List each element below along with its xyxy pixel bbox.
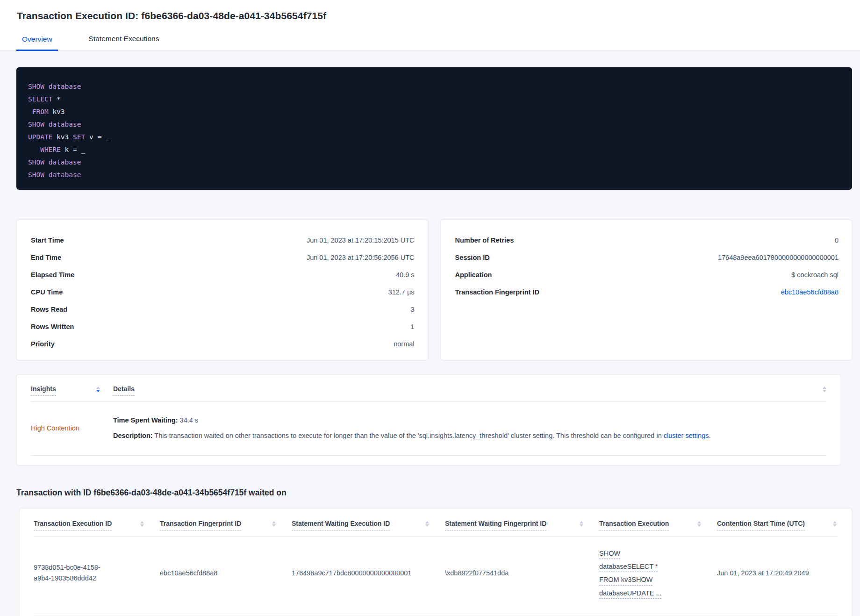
tab-overview[interactable]: Overview (16, 35, 58, 51)
sql-token: UPDATE (28, 133, 52, 141)
stat-value: $ cockroach sql (791, 271, 838, 279)
cell-transaction-fingerprint-id: ebc10ae56cfd88a8 (160, 568, 292, 579)
stat-row: Transaction Fingerprint ID ebc10ae56cfd8… (455, 283, 839, 301)
stat-label: Elapsed Time (31, 271, 74, 279)
stat-label: Number of Retries (455, 236, 514, 244)
waited-on-table: Transaction Execution ID Transaction Fin… (19, 508, 852, 616)
tab-statement-executions[interactable]: Statement Executions (83, 35, 165, 50)
stat-value: 0 (835, 236, 838, 244)
insight-badge: High Contention (31, 424, 113, 432)
stat-row: CPU Time 312.7 µs (31, 283, 415, 301)
stat-row: Number of Retries 0 (455, 231, 839, 249)
stat-row: Start Time Jun 01, 2023 at 17:20:15:2015… (31, 231, 415, 249)
column-header-label[interactable]: Contention Start Time (UTC) (717, 520, 805, 530)
sql-line: UPDATE kv3 SET v = _ (28, 131, 841, 143)
stat-value: 1 (410, 323, 414, 330)
stat-row: Session ID 17648a9eea6017800000000000000… (455, 249, 839, 266)
column-header-label[interactable]: Transaction Fingerprint ID (160, 520, 241, 530)
stat-value: 17648a9eea6017800000000000000001 (718, 254, 838, 261)
insight-row: High Contention Time Spent Waiting: 34.4… (31, 402, 826, 455)
sort-icon[interactable] (272, 521, 276, 527)
details-header-label[interactable]: Details (113, 385, 135, 396)
stat-value: 40.9 s (396, 271, 415, 279)
sql-token: SET (73, 133, 85, 141)
sort-down-arrow-icon (425, 524, 429, 527)
stat-row: Rows Read 3 (31, 301, 415, 318)
sort-icon[interactable] (96, 387, 100, 392)
sql-token: SELECT (28, 95, 57, 103)
cell-statement-waiting-fingerprint-id: \xdb8922f077541dda (445, 568, 599, 579)
stat-value: Jun 01, 2023 at 17:20:15:2015 UTC (307, 236, 415, 244)
session-stats-card: Number of Retries 0 Session ID 17648a9ee… (441, 220, 853, 360)
sql-token: SHOW database (28, 158, 81, 166)
description-suffix: . (709, 432, 710, 439)
waited-table-header: Transaction Execution ID Transaction Fin… (34, 520, 838, 530)
sort-down-arrow-icon (823, 390, 826, 392)
insight-description: Description: This transaction waited on … (113, 430, 710, 441)
stat-row: Rows Written 1 (31, 318, 415, 335)
sort-up-arrow-icon (272, 521, 276, 523)
sort-down-arrow-icon (697, 524, 701, 527)
column-header-label[interactable]: Transaction Execution ID (34, 520, 112, 530)
sort-icon[interactable] (697, 521, 701, 527)
sort-down-arrow-icon (833, 524, 837, 527)
sort-icon[interactable] (580, 521, 583, 527)
sql-line: SHOW database (28, 80, 841, 93)
description-label: Description: (113, 432, 153, 439)
table-row: 9738d051-bc0e-4158-a9b4-1903586ddd42 ebc… (34, 537, 838, 614)
cluster-settings-link[interactable]: cluster settings (664, 432, 709, 439)
column-header-transaction-execution[interactable]: Transaction Execution (599, 520, 717, 530)
cell-transaction-execution[interactable]: SHOW databaseSELECT * FROM kv3SHOW datab… (599, 547, 688, 600)
sort-down-arrow-icon (272, 524, 276, 527)
insights-header-label[interactable]: Insights (31, 385, 56, 396)
stat-label: Rows Written (31, 323, 74, 330)
sort-icon[interactable] (823, 387, 826, 392)
waiting-value: 34.4 s (178, 416, 199, 424)
column-header-statement-waiting-execution-id[interactable]: Statement Waiting Execution ID (292, 520, 445, 530)
stat-value: 3 (410, 306, 414, 313)
sql-line: SHOW database (28, 156, 841, 169)
insights-table-header: Insights Details (31, 385, 826, 396)
sql-line: SHOW database (28, 118, 841, 131)
sort-down-arrow-icon (96, 390, 100, 392)
stat-row: Priority normal (31, 335, 415, 352)
time-spent-waiting: Time Spent Waiting: 34.4 s (113, 415, 710, 425)
column-header-statement-waiting-fingerprint-id[interactable]: Statement Waiting Fingerprint ID (445, 520, 599, 530)
sql-token: v = _ (85, 133, 109, 141)
sql-token: FROM (28, 108, 49, 115)
sort-up-arrow-icon (425, 521, 429, 523)
stat-label: Start Time (31, 236, 64, 244)
column-header-transaction-execution-id[interactable]: Transaction Execution ID (34, 520, 160, 530)
column-header-label[interactable]: Transaction Execution (599, 520, 669, 530)
cell-transaction-execution-id: 9738d051-bc0e-4158-a9b4-1903586ddd42 (34, 562, 129, 584)
sql-token: SHOW database (28, 171, 81, 179)
transaction-execution-preview[interactable]: SHOW databaseSELECT * FROM kv3SHOW datab… (599, 550, 662, 597)
sort-up-arrow-icon (823, 387, 826, 389)
column-header-label[interactable]: Statement Waiting Execution ID (292, 520, 390, 530)
sort-up-arrow-icon (140, 521, 144, 523)
execution-stats-card: Start Time Jun 01, 2023 at 17:20:15:2015… (16, 220, 428, 360)
transaction-fingerprint-link[interactable]: ebc10ae56cfd88a8 (781, 288, 838, 296)
sql-token: kv3 (52, 133, 73, 141)
column-header-transaction-fingerprint-id[interactable]: Transaction Fingerprint ID (160, 520, 292, 530)
insights-table: Insights Details High Contention Time Sp… (16, 374, 841, 466)
page-title: Transaction Execution ID: f6be6366-da03-… (0, 10, 860, 21)
page-content: SHOW database SELECT * FROM kv3 SHOW dat… (0, 50, 860, 616)
column-header-label[interactable]: Statement Waiting Fingerprint ID (445, 520, 546, 530)
sort-icon[interactable] (425, 521, 429, 527)
sql-token: WHERE (28, 146, 61, 153)
sql-statements-box: SHOW database SELECT * FROM kv3 SHOW dat… (16, 67, 852, 190)
tab-bar: Overview Statement Executions (0, 35, 860, 50)
stat-row: Application $ cockroach sql (455, 266, 839, 283)
column-header-contention-start-time[interactable]: Contention Start Time (UTC) (717, 520, 838, 530)
stat-value: normal (394, 340, 414, 348)
stat-label: Rows Read (31, 306, 67, 313)
sort-up-arrow-icon (96, 387, 100, 389)
stat-label: Application (455, 271, 492, 279)
sort-icon[interactable] (833, 521, 837, 527)
insights-column-header[interactable]: Insights (31, 385, 113, 396)
stat-value: Jun 01, 2023 at 17:20:56:2056 UTC (307, 254, 415, 261)
stat-label: End Time (31, 254, 61, 261)
sort-icon[interactable] (140, 521, 144, 527)
insight-details: Time Spent Waiting: 34.4 s Description: … (113, 415, 710, 441)
